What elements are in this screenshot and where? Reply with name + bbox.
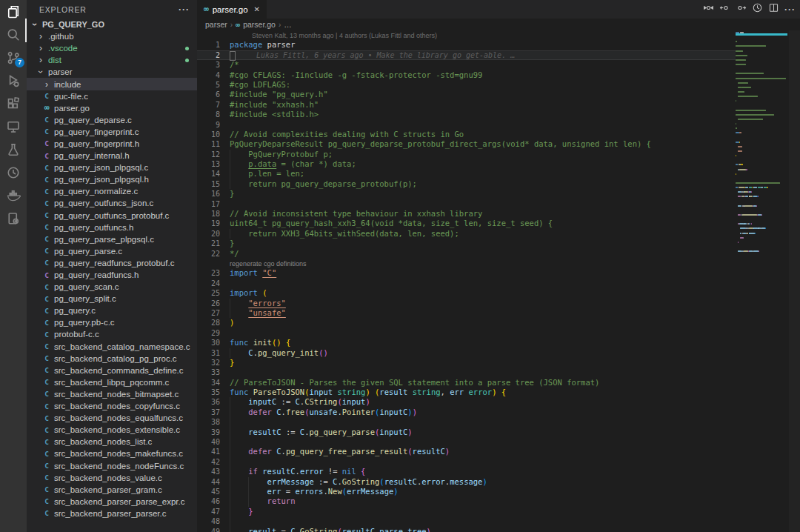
tree-file-src_backend_nodes_copyfuncs.c[interactable]: Csrc_backend_nodes_copyfuncs.c [27, 400, 197, 412]
tree-file-pg_query_fingerprint.h[interactable]: Cpg_query_fingerprint.h [27, 138, 197, 150]
code-line-6[interactable]: 6#include "pg_query.h" [197, 90, 736, 99]
tab-parser-go[interactable]: ∞ parser.go ✕ [197, 0, 267, 19]
tree-file-src_backend_nodes_nodeFuncs.c[interactable]: Csrc_backend_nodes_nodeFuncs.c [27, 459, 197, 471]
tree-file-pg_query_readfuncs_protobuf.c[interactable]: Cpg_query_readfuncs_protobuf.c [27, 257, 197, 269]
containers-icon[interactable] [0, 207, 27, 230]
code-line-25[interactable]: 25import ( [197, 288, 736, 298]
tree-folder-include[interactable]: ›include [27, 78, 197, 90]
code-line-39[interactable]: 39 resultC := C.pg_query_parse(inputC) [197, 428, 736, 437]
tree-file-src_backend_nodes_list.c[interactable]: Csrc_backend_nodes_list.c [27, 436, 197, 448]
tree-file-pg_query_internal.h[interactable]: Cpg_query_internal.h [27, 150, 197, 162]
gitlens-icon[interactable] [752, 2, 763, 16]
extensions-icon[interactable] [0, 92, 27, 115]
tree-folder-.vscode[interactable]: ›.vscode [27, 42, 197, 54]
code-line-38[interactable]: 38 [197, 417, 736, 427]
tree-file-pg_query_split.c[interactable]: Cpg_query_split.c [27, 293, 197, 305]
tree-file-pg_query_json_plpgsql.c[interactable]: Cpg_query_json_plpgsql.c [27, 162, 197, 173]
code-line-47[interactable]: 47 } [197, 507, 736, 516]
code-line-46[interactable]: 46 return [197, 496, 736, 506]
code-line-7[interactable]: 7#include "xxhash.h" [197, 100, 736, 110]
code-line-23[interactable]: 23import "C" [197, 268, 736, 278]
code-line-10[interactable]: 10// Avoid complexities dealing with C s… [197, 130, 736, 139]
tree-file-pg_query_parse.c[interactable]: Cpg_query_parse.c [27, 245, 197, 257]
tree-file-pg_query.c[interactable]: Cpg_query.c [27, 305, 197, 316]
breadcrumb-item-file[interactable]: parser.go [243, 20, 276, 29]
more-actions-icon[interactable]: ··· [784, 4, 796, 15]
code-line-48[interactable]: 48 [197, 516, 736, 526]
remote-explorer-icon[interactable] [0, 115, 27, 138]
tree-folder-parser[interactable]: ›parser [27, 66, 197, 78]
code-line-5[interactable]: 5#cgo LDFLAGS: [197, 80, 736, 90]
code-line-9[interactable]: 9 [197, 120, 736, 130]
code-line-41[interactable]: 41 defer C.pg_query_free_parse_result(re… [197, 447, 736, 456]
code-line-49[interactable]: 49 result = C.GoString(resultC.parse_tre… [197, 527, 736, 532]
code-line-35[interactable]: 35func ParseToJSON(input string) (result… [197, 388, 736, 397]
tree-file-pg_query_outfuncs_protobuf.c[interactable]: Cpg_query_outfuncs_protobuf.c [27, 210, 197, 222]
code-line-15[interactable]: 15 return pg_query_deparse_protobuf(p); [197, 179, 736, 189]
source-control-icon[interactable]: 7 [0, 46, 27, 69]
tree-file-src_backend_nodes_bitmapset.c[interactable]: Csrc_backend_nodes_bitmapset.c [27, 388, 197, 400]
run-and-debug-icon[interactable] [0, 69, 27, 92]
codelens-annotation[interactable]: regenerate cgo definitions [197, 259, 736, 268]
tree-file-pg_query.pb-c.c[interactable]: Cpg_query.pb-c.c [27, 316, 197, 328]
tree-file-pg_query_json_plpgsql.h[interactable]: Cpg_query_json_plpgsql.h [27, 173, 197, 185]
code-line-29[interactable]: 29 [197, 328, 736, 338]
code-line-36[interactable]: 36 inputC := C.CString(input) [197, 397, 736, 407]
code-line-32[interactable]: 32} [197, 358, 736, 368]
code-line-33[interactable]: 33 [197, 368, 736, 377]
explorer-icon[interactable] [0, 0, 27, 23]
docker-icon[interactable] [0, 184, 27, 207]
tree-file-pg_query_deparse.c[interactable]: Cpg_query_deparse.c [27, 114, 197, 126]
code-line-14[interactable]: 14 p.len = len; [197, 169, 736, 179]
search-icon[interactable] [0, 23, 27, 46]
code-line-28[interactable]: 28) [197, 318, 736, 327]
tree-file-pg_query_fingerprint.c[interactable]: Cpg_query_fingerprint.c [27, 126, 197, 138]
code-line-40[interactable]: 40 [197, 437, 736, 447]
code-line-31[interactable]: 31 C.pg_query_init() [197, 348, 736, 358]
code-line-17[interactable]: 17 [197, 199, 736, 209]
code-line-44[interactable]: 44 errMessage := C.GoString(resultC.erro… [197, 477, 736, 487]
code-line-27[interactable]: 27 "unsafe" [197, 308, 736, 318]
code-line-20[interactable]: 20 return XXH3_64bits_withSeed(data, len… [197, 229, 736, 239]
code-line-1[interactable]: 1package parser [197, 40, 736, 50]
tree-file-parser.go[interactable]: ∞parser.go [27, 102, 197, 114]
history-icon[interactable] [0, 161, 27, 184]
tree-file-src_backend_catalog_pg_proc.c[interactable]: Csrc_backend_catalog_pg_proc.c [27, 353, 197, 365]
tree-file-src_backend_parser_parse_expr.c[interactable]: Csrc_backend_parser_parse_expr.c [27, 496, 197, 508]
tree-folder-.github[interactable]: ›.github [27, 30, 197, 42]
tree-file-src_backend_nodes_value.c[interactable]: Csrc_backend_nodes_value.c [27, 472, 197, 484]
code-line-45[interactable]: 45 err = errors.New(errMessage) [197, 487, 736, 496]
previous-change-icon[interactable] [719, 2, 730, 16]
minimap[interactable] [736, 30, 789, 532]
code-line-18[interactable]: 18// Avoid inconsistent type behaviour i… [197, 209, 736, 219]
next-change-icon[interactable] [736, 2, 747, 16]
code-line-42[interactable]: 42 [197, 457, 736, 467]
code-line-21[interactable]: 21} [197, 239, 736, 248]
split-editor-icon[interactable] [768, 2, 779, 16]
code-line-19[interactable]: 19uint64_t pg_query_hash_xxh3_64(void *d… [197, 219, 736, 228]
code-line-12[interactable]: 12 PgQueryProtobuf p; [197, 150, 736, 159]
code-line-8[interactable]: 8#include <stdlib.h> [197, 110, 736, 119]
tree-file-pg_query_normalize.c[interactable]: Cpg_query_normalize.c [27, 185, 197, 197]
tree-file-src_backend_nodes_equalfuncs.c[interactable]: Csrc_backend_nodes_equalfuncs.c [27, 412, 197, 424]
tree-folder-PG_QUERY_GO[interactable]: ›PG_QUERY_GO [27, 19, 197, 30]
tree-file-guc-file.c[interactable]: Cguc-file.c [27, 90, 197, 102]
tree-file-src_backend_parser_parser.c[interactable]: Csrc_backend_parser_parser.c [27, 508, 197, 519]
tree-file-pg_query_readfuncs.h[interactable]: Cpg_query_readfuncs.h [27, 269, 197, 281]
tree-file-pg_query_outfuncs_json.c[interactable]: Cpg_query_outfuncs_json.c [27, 197, 197, 209]
tree-folder-dist[interactable]: ›dist [27, 54, 197, 66]
code-line-37[interactable]: 37 defer C.free(unsafe.Pointer(inputC)) [197, 408, 736, 417]
testing-icon[interactable] [0, 138, 27, 161]
code-line-30[interactable]: 30func init() { [197, 338, 736, 348]
tree-file-src_backend_commands_define.c[interactable]: Csrc_backend_commands_define.c [27, 365, 197, 376]
tree-file-protobuf-c.c[interactable]: Cprotobuf-c.c [27, 328, 197, 340]
tree-file-pg_query_outfuncs.h[interactable]: Cpg_query_outfuncs.h [27, 222, 197, 233]
tree-file-src_backend_parser_gram.c[interactable]: Csrc_backend_parser_gram.c [27, 484, 197, 496]
code-line-4[interactable]: 4#cgo CFLAGS: -Iinclude -g -fstack-prote… [197, 70, 736, 80]
code-line-24[interactable]: 24 [197, 279, 736, 288]
open-changes-icon[interactable] [703, 2, 714, 16]
tree-file-src_backend_nodes_extensible.c[interactable]: Csrc_backend_nodes_extensible.c [27, 424, 197, 436]
breadcrumb-item-symbol[interactable]: … [284, 20, 292, 29]
tree-file-src_backend_catalog_namespace.c[interactable]: Csrc_backend_catalog_namespace.c [27, 341, 197, 353]
code-line-43[interactable]: 43 if resultC.error != nil { [197, 467, 736, 476]
